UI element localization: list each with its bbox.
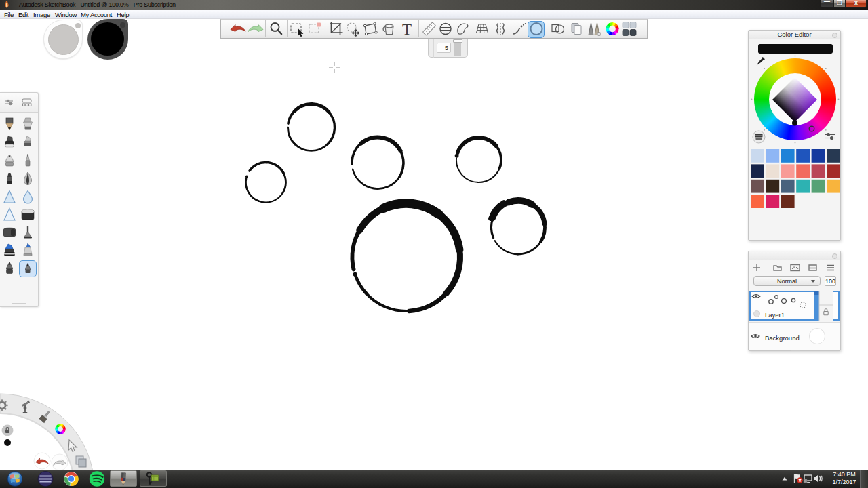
svg-text:T: T [402, 21, 412, 38]
